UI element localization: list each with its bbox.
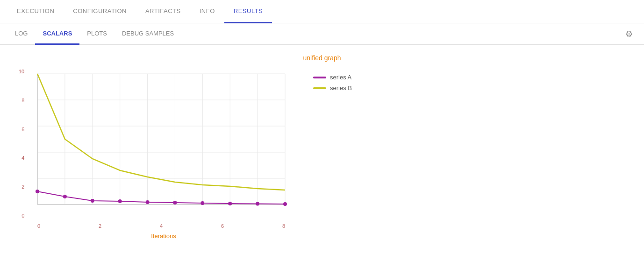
chart-svg bbox=[33, 69, 294, 219]
series-a-line bbox=[37, 191, 285, 204]
x-label-6: 6 bbox=[221, 223, 224, 229]
chart-container: unified graph 10 8 6 4 2 0 bbox=[0, 45, 644, 249]
tab-log[interactable]: LOG bbox=[7, 23, 35, 45]
settings-button[interactable]: ⚙ bbox=[622, 27, 637, 42]
second-nav: LOG SCALARS PLOTS DEBUG SAMPLES ⚙ bbox=[0, 23, 644, 45]
x-axis-title: Iterations bbox=[33, 233, 294, 240]
top-nav: EXECUTION CONFIGURATION ARTIFACTS INFO R… bbox=[0, 0, 644, 23]
tab-scalars[interactable]: SCALARS bbox=[35, 23, 79, 45]
y-label-0: 0 bbox=[19, 213, 24, 219]
y-label-8: 8 bbox=[19, 98, 24, 103]
series-a-dot-2 bbox=[91, 199, 94, 203]
series-a-dot-6 bbox=[200, 201, 204, 205]
legend-label-series-b: series B bbox=[330, 85, 352, 92]
series-a-dot-0 bbox=[36, 190, 39, 193]
series-a-dot-8 bbox=[256, 202, 259, 206]
y-label-6: 6 bbox=[19, 127, 24, 132]
series-a-dot-5 bbox=[173, 201, 177, 204]
x-label-2: 2 bbox=[99, 223, 101, 229]
tab-plots[interactable]: PLOTS bbox=[79, 23, 114, 45]
legend-label-series-a: series A bbox=[330, 74, 351, 81]
series-a-dot-3 bbox=[118, 199, 122, 203]
y-label-10: 10 bbox=[19, 69, 24, 74]
x-label-8: 8 bbox=[282, 223, 285, 229]
x-label-4: 4 bbox=[160, 223, 163, 229]
series-a-dot-7 bbox=[228, 202, 232, 205]
tab-artifacts[interactable]: ARTIFACTS bbox=[136, 0, 190, 23]
tab-configuration[interactable]: CONFIGURATION bbox=[64, 0, 136, 23]
series-b-line bbox=[37, 74, 285, 190]
tab-execution[interactable]: EXECUTION bbox=[7, 0, 64, 23]
y-label-4: 4 bbox=[19, 155, 24, 161]
tab-info[interactable]: INFO bbox=[190, 0, 224, 23]
legend-item-series-a: series A bbox=[313, 74, 352, 81]
y-axis-labels: 10 8 6 4 2 0 bbox=[19, 69, 24, 219]
x-label-0: 0 bbox=[37, 223, 40, 229]
y-label-2: 2 bbox=[19, 184, 24, 190]
series-a-dot-4 bbox=[146, 200, 150, 204]
chart-legend: series A series B bbox=[313, 74, 352, 95]
series-a-dot-9 bbox=[283, 202, 287, 206]
tab-debug-samples[interactable]: DEBUG SAMPLES bbox=[114, 23, 181, 45]
chart-area: 10 8 6 4 2 0 bbox=[33, 69, 294, 219]
legend-item-series-b: series B bbox=[313, 85, 352, 92]
series-a-dot-1 bbox=[63, 195, 67, 198]
legend-color-series-b bbox=[313, 87, 326, 89]
chart-wrapper: 10 8 6 4 2 0 bbox=[14, 69, 630, 240]
x-axis-labels: 0 2 4 6 8 bbox=[37, 223, 285, 229]
tab-results[interactable]: RESULTS bbox=[224, 0, 272, 23]
chart-title: unified graph bbox=[14, 54, 630, 62]
legend-color-series-a bbox=[313, 77, 326, 78]
